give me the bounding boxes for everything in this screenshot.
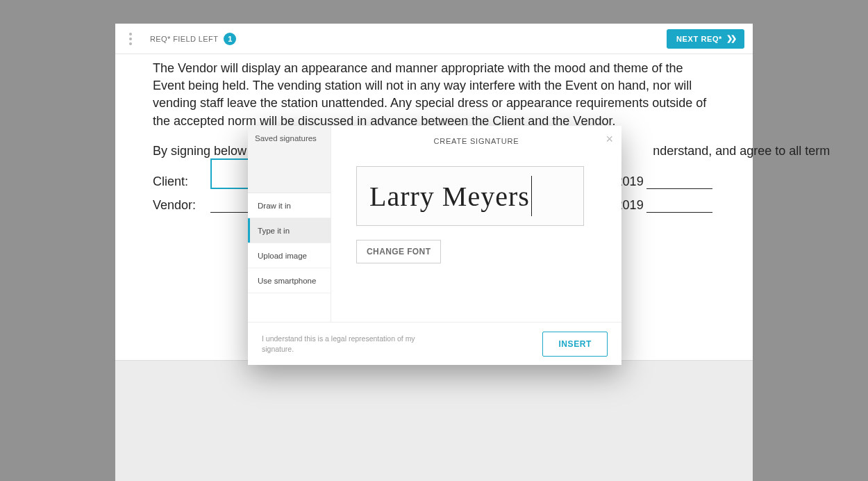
sidebar-item-draw[interactable]: Draw it in: [248, 193, 331, 218]
sidebar-item-label: Draw it in: [258, 202, 291, 210]
modal-footer: I understand this is a legal representat…: [248, 322, 621, 365]
modal-content: × CREATE SIGNATURE Larry Meyers CHANGE F…: [331, 126, 621, 322]
sidebar-item-upload[interactable]: Upload image: [248, 243, 331, 268]
saved-signatures-label: Saved signatures: [255, 134, 317, 142]
sidebar-item-label: Upload image: [258, 252, 307, 260]
sidebar-item-label: Type it in: [258, 227, 290, 235]
signature-text: Larry Meyers: [369, 180, 530, 213]
close-icon[interactable]: ×: [606, 133, 613, 145]
text-caret-icon: [531, 176, 532, 216]
legal-disclaimer: I understand this is a legal representat…: [262, 334, 428, 353]
sidebar-item-smartphone[interactable]: Use smartphone: [248, 268, 331, 293]
signature-input[interactable]: Larry Meyers: [356, 166, 584, 226]
insert-button[interactable]: INSERT: [542, 332, 608, 357]
change-font-button[interactable]: CHANGE FONT: [356, 240, 441, 263]
create-signature-modal: Saved signatures Draw it in Type it in U…: [248, 126, 621, 365]
modal-title: CREATE SIGNATURE: [356, 137, 596, 145]
saved-signatures-section[interactable]: Saved signatures: [248, 126, 331, 193]
sidebar-item-type[interactable]: Type it in: [248, 218, 331, 243]
signature-method-sidebar: Saved signatures Draw it in Type it in U…: [248, 126, 331, 322]
modal-overlay: Saved signatures Draw it in Type it in U…: [0, 0, 868, 481]
sidebar-item-label: Use smartphone: [258, 277, 316, 285]
